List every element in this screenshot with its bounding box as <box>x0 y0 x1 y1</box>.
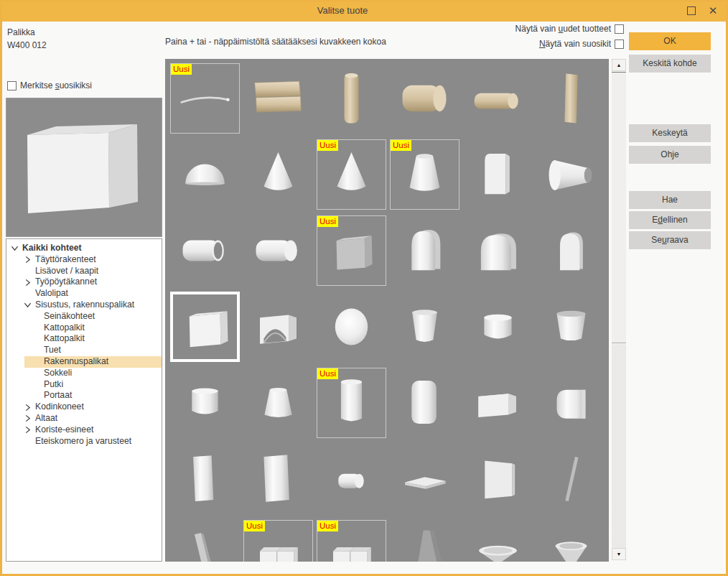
product-thumbnail-log-h[interactable] <box>390 63 459 134</box>
tree-item-sein-kohteet[interactable]: Seinäkohteet <box>6 311 162 322</box>
product-thumbnail-blocks[interactable]: Uusi <box>243 520 313 562</box>
favorite-checkbox[interactable] <box>7 81 17 90</box>
product-thumbnail-column[interactable] <box>170 444 240 514</box>
tree-item-portaat[interactable]: Portaat <box>6 390 162 401</box>
chevron-right-icon[interactable] <box>24 426 35 435</box>
column-wide-icon <box>246 446 311 512</box>
product-thumbnail-cone[interactable] <box>243 139 313 210</box>
product-thumbnail-cube-white[interactable] <box>170 292 240 362</box>
chevron-right-icon[interactable] <box>24 256 35 264</box>
product-thumbnail-cyl-h[interactable] <box>243 215 313 286</box>
plank-diag-icon <box>172 522 238 562</box>
scrollbar-thumb[interactable] <box>612 72 626 343</box>
chevron-placeholder <box>24 266 35 275</box>
product-thumbnail-bucket-wide[interactable] <box>536 292 606 362</box>
product-thumbnail-slab-rounded[interactable] <box>463 139 533 210</box>
product-thumbnail-bridge[interactable] <box>243 292 313 362</box>
product-thumbnail-wedge[interactable] <box>390 520 459 562</box>
filter-favorites-checkbox[interactable] <box>615 40 624 49</box>
product-thumbnail-sphere[interactable] <box>317 292 386 362</box>
product-thumbnail-rod-curve[interactable]: Uusi <box>170 63 240 134</box>
product-thumbnail-slab-flat[interactable] <box>390 444 459 514</box>
product-thumbnail-frustum[interactable] <box>243 368 313 438</box>
tree-item-label: Sokkeli <box>44 368 72 379</box>
edellinen-button[interactable]: Edellinen <box>629 211 711 229</box>
close-icon[interactable]: ✕ <box>706 2 719 19</box>
tree-item-valolipat[interactable]: Valolipat <box>6 288 162 299</box>
tree-item-rakennuspalikat[interactable]: Rakennuspalikat <box>24 356 162 368</box>
tube-open-icon <box>172 218 238 284</box>
chevron-right-icon[interactable] <box>24 278 35 287</box>
scrollbar-track[interactable] <box>612 344 626 548</box>
tree-item-kattopalkit[interactable]: Kattopalkit <box>6 333 162 345</box>
chevron-down-icon[interactable] <box>24 301 35 310</box>
product-thumbnail-cube-gray[interactable]: Uusi <box>317 215 386 286</box>
product-thumbnail-capsule-h[interactable] <box>317 444 386 514</box>
favorite-checkbox-label: Merkitse suosikiksi <box>20 80 92 90</box>
planks-icon <box>246 65 311 131</box>
tree-item-sisustus-rakennuspalikat[interactable]: Sisustus, rakennuspalikat <box>6 299 162 311</box>
tree-item-tuet[interactable]: Tuet <box>6 345 162 356</box>
tree-item-ty-p-yt-kannet[interactable]: Työpöytäkannet <box>6 277 162 288</box>
product-thumbnail-log-v[interactable] <box>317 63 386 134</box>
keskeyt-button[interactable]: Keskeytä <box>629 124 711 142</box>
scroll-down-icon[interactable]: ▼ <box>612 548 626 560</box>
product-thumbnail-tube-open[interactable] <box>170 215 240 286</box>
product-thumbnail-funnel[interactable] <box>536 520 606 562</box>
tree-item-lis-ovet-kaapit[interactable]: Lisäovet / kaapit <box>6 266 162 277</box>
board-v-icon <box>538 65 604 131</box>
product-thumbnail-cyl-tall[interactable]: Uusi <box>317 368 386 438</box>
keskit-kohde-button[interactable]: Keskitä kohde <box>629 55 711 73</box>
tree-item-eteiskomero-ja-varusteet[interactable]: Eteiskomero ja varusteet <box>6 436 162 447</box>
tree-item-kattopalkit[interactable]: Kattopalkit <box>6 322 162 334</box>
ok-button[interactable]: OK <box>629 32 711 50</box>
product-thumbnail-arch-flat[interactable] <box>536 215 606 286</box>
product-thumbnail-planks[interactable] <box>243 63 313 134</box>
product-thumbnail-bucket[interactable] <box>390 292 459 362</box>
ohje-button[interactable]: Ohje <box>629 146 711 164</box>
new-product-badge: Uusi <box>317 216 338 227</box>
filter-new-checkbox[interactable] <box>615 24 624 34</box>
product-thumbnail-dome[interactable] <box>170 139 240 210</box>
product-thumbnail-cone-side[interactable] <box>536 139 606 210</box>
hae-button[interactable]: Hae <box>629 191 711 209</box>
chevron-right-icon[interactable] <box>24 414 35 423</box>
tree-item-putki[interactable]: Putki <box>6 379 162 391</box>
product-thumbnail-funnel-flat[interactable] <box>463 520 533 562</box>
product-thumbnail-board-v[interactable] <box>536 63 606 134</box>
product-thumbnail-panel[interactable] <box>463 444 533 514</box>
product-thumbnail-blocks[interactable]: Uusi <box>317 520 386 562</box>
product-thumbnail-column-wide[interactable] <box>243 444 313 514</box>
bucket-icon <box>392 294 457 360</box>
product-thumbnail-plank-diag[interactable] <box>170 520 240 562</box>
maximize-icon[interactable] <box>687 6 696 15</box>
tree-item-label: Valolipat <box>35 288 68 299</box>
tree-item-sokkeli[interactable]: Sokkeli <box>6 368 162 379</box>
chevron-right-icon[interactable] <box>24 403 35 412</box>
product-thumbnail-arch-wide[interactable] <box>463 215 533 286</box>
tree-item-altaat[interactable]: Altaat <box>6 413 162 424</box>
product-thumbnail-frustum-wide[interactable]: Uusi <box>390 139 459 210</box>
product-thumbnail-column-round[interactable] <box>390 368 459 438</box>
category-tree: Kaikki kohteetTäyttörakenteetLisäovet / … <box>6 238 162 562</box>
bridge-icon <box>246 294 311 360</box>
seuraava-button[interactable]: Seuraava <box>629 231 711 249</box>
arch-wide-icon <box>465 218 531 284</box>
tree-item-label: Tuet <box>44 345 61 356</box>
product-thumbnail-arch-tall[interactable] <box>390 215 459 286</box>
product-thumbnail-rod-diag[interactable] <box>536 444 606 514</box>
product-thumbnail-cyl-short[interactable] <box>463 292 533 362</box>
product-thumbnail-box-wide[interactable] <box>463 368 533 438</box>
tree-item-kaikki-kohteet[interactable]: Kaikki kohteet <box>6 243 162 254</box>
product-thumbnail-cone[interactable]: Uusi <box>317 139 386 210</box>
tree-item-koriste-esineet[interactable]: Koriste-esineet <box>6 424 162 436</box>
chevron-down-icon[interactable] <box>11 244 22 253</box>
product-thumbnail-cyl-med[interactable] <box>170 368 240 438</box>
product-thumbnail-box-round[interactable] <box>536 368 606 438</box>
tree-item-kodinkoneet[interactable]: Kodinkoneet <box>6 401 162 413</box>
new-product-badge: Uusi <box>317 140 338 151</box>
scroll-up-icon[interactable]: ▲ <box>612 59 626 71</box>
dialog-title: Valitse tuote <box>0 0 685 22</box>
tree-item-t-ytt-rakenteet[interactable]: Täyttörakenteet <box>6 254 162 266</box>
product-thumbnail-log-half[interactable] <box>463 63 533 134</box>
